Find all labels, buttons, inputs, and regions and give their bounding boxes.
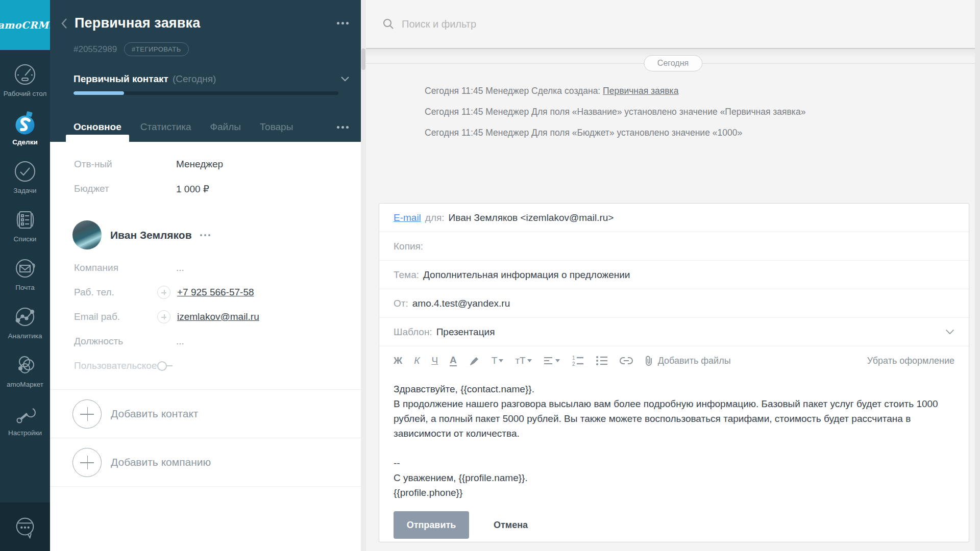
email-body-editor[interactable]: Здравствуйте, {{contact.name}}. В продол… [379, 375, 969, 500]
tag-button[interactable]: #ТЕГИРОВАТЬ [124, 42, 189, 56]
cancel-button[interactable]: Отмена [494, 520, 528, 531]
font-family-label: T [492, 355, 498, 366]
market-icon [13, 353, 37, 378]
from-value[interactable]: amo.4.test@yandex.ru [412, 298, 510, 309]
contact-name[interactable]: Иван Земляков [110, 229, 192, 241]
subject-value[interactable]: Дополнительная информация о предложении [423, 269, 630, 281]
add-company-button[interactable]: Добавить компанию [50, 438, 361, 487]
event-field-budget-set: Сегодня 11:45 Менеджер Для поля «Бюджет»… [425, 127, 960, 139]
tab-files[interactable]: Файлы [210, 112, 241, 142]
bold-button[interactable]: Ж [394, 355, 402, 366]
insert-link-button[interactable] [620, 357, 633, 365]
font-color-button[interactable]: А [450, 355, 457, 366]
highlight-button[interactable] [469, 355, 480, 366]
highlighter-icon [469, 355, 480, 366]
field-value[interactable]: ... [176, 336, 184, 347]
contact-avatar[interactable] [72, 220, 102, 249]
field-label: Компания [74, 262, 176, 273]
sidebar-item-analytics[interactable]: Аналитика [0, 305, 50, 340]
deals-icon [13, 111, 37, 135]
compose-template-row[interactable]: Шаблон: Презентация [379, 318, 969, 346]
add-contact-button[interactable]: Добавить контакт [50, 390, 361, 438]
support-chat-button[interactable] [0, 503, 50, 551]
sidebar-item-label: Списки [14, 235, 37, 243]
email-link[interactable]: izemlakov@mail.ru [177, 311, 259, 322]
stage-date: (Сегодня) [173, 73, 216, 85]
font-size-button[interactable]: тТ [515, 355, 531, 366]
sidebar-item-dashboard[interactable]: Рабочий стол [0, 62, 50, 98]
compose-cc-row[interactable]: Копия: [379, 232, 969, 261]
deal-title: Первичная заявка [75, 15, 201, 31]
font-family-button[interactable]: T [492, 355, 504, 366]
add-email-button[interactable] [157, 310, 170, 323]
field-row-work-email: Email раб. izemlakov@mail.ru [50, 305, 361, 329]
underline-button[interactable]: Ч [431, 355, 438, 366]
field-label: Пользовательское [74, 360, 152, 371]
compose-from-row[interactable]: От: amo.4.test@yandex.ru [379, 289, 969, 318]
scrollbar-thumb[interactable] [361, 48, 365, 70]
email-type-link[interactable]: E-mail [394, 212, 421, 223]
svg-text:1: 1 [572, 355, 575, 361]
field-label: Email раб. [74, 311, 152, 322]
sidebar-item-label: Сделки [12, 138, 37, 146]
body-line: С уважением, {{profile.name}}. [394, 470, 954, 485]
event-deal-link[interactable]: Первичная заявка [603, 86, 678, 96]
stage-selector[interactable]: Первичный контакт (Сегодня) [74, 73, 350, 85]
caret-down-icon [527, 359, 532, 362]
add-phone-button[interactable] [157, 286, 170, 299]
tab-statistics[interactable]: Статистика [140, 112, 191, 142]
attach-files-button[interactable]: Добавить файлы [645, 355, 731, 366]
custom-field-toggle[interactable] [157, 361, 173, 371]
event-deal-created: Сегодня 11:45 Менеджер Сделка создана: П… [425, 85, 960, 97]
sidebar-item-deals[interactable]: Сделки [0, 111, 50, 146]
sidebar-item-label: amoМаркет [7, 381, 43, 389]
dashboard-icon [13, 62, 37, 87]
event-text: Сегодня 11:45 Менеджер Сделка создана: [425, 86, 603, 96]
tab-main[interactable]: Основное [74, 112, 121, 142]
deal-panel-scrollbar[interactable] [361, 0, 366, 551]
to-value[interactable]: Иван Земляков <izemlakov@mail.ru> [449, 212, 614, 223]
contact-more-button[interactable] [199, 231, 211, 239]
body-line: Здравствуйте, {{contact.name}}. [394, 382, 954, 396]
tabs-more-button[interactable] [336, 123, 350, 132]
numbered-list-icon: 1 2 [572, 355, 584, 366]
action-label: Добавить компанию [111, 456, 211, 468]
amocrm-logo[interactable]: amoCRM. [0, 0, 50, 50]
back-button[interactable] [60, 17, 74, 30]
sidebar-item-market[interactable]: amoМаркет [0, 353, 50, 389]
compose-subject-row[interactable]: Тема: Дополнительная информация о предло… [379, 261, 969, 289]
lists-icon [13, 208, 37, 232]
sidebar-item-settings[interactable]: Настройки [0, 402, 50, 437]
date-divider: Сегодня [366, 55, 980, 72]
plus-icon [72, 448, 102, 477]
italic-button[interactable]: К [414, 355, 420, 366]
sidebar-item-label: Рабочий стол [4, 90, 47, 98]
field-label: Должность [74, 336, 176, 347]
bullet-list-icon [596, 356, 608, 366]
send-button[interactable]: Отправить [394, 511, 469, 539]
stage-progress-fill [74, 91, 124, 95]
phone-link[interactable]: +7 925 566-57-58 [177, 287, 254, 298]
tab-products[interactable]: Товары [260, 112, 293, 142]
tasks-icon [13, 159, 37, 184]
clear-formatting-button[interactable]: Убрать оформление [867, 356, 954, 366]
compose-to-row: E-mail для: Иван Земляков <izemlakov@mai… [379, 204, 969, 232]
deal-more-button[interactable] [336, 19, 350, 28]
field-value[interactable]: 1 000 ₽ [176, 183, 209, 195]
format-toolbar: Ж К Ч А T тТ 1 2 [379, 346, 969, 375]
bullet-list-button[interactable] [596, 356, 608, 366]
svg-text:2: 2 [572, 361, 575, 366]
plus-icon [72, 399, 102, 429]
body-line: В продолжение нашего разговора высылаю в… [394, 396, 954, 441]
numbered-list-button[interactable]: 1 2 [572, 355, 584, 366]
field-value[interactable]: ... [176, 262, 184, 273]
template-chevron-icon[interactable] [945, 329, 954, 335]
sidebar-item-mail[interactable]: Почта [0, 256, 50, 292]
search-input[interactable] [402, 18, 708, 30]
sidebar-item-lists[interactable]: Списки [0, 208, 50, 243]
align-button[interactable] [544, 356, 560, 365]
field-value[interactable]: Менеджер [176, 159, 223, 170]
deal-header: Первичная заявка #20552989 #ТЕГИРОВАТЬ П… [50, 0, 361, 142]
sidebar-item-tasks[interactable]: Задачи [0, 159, 50, 195]
feed-scrollbar[interactable] [975, 0, 980, 551]
